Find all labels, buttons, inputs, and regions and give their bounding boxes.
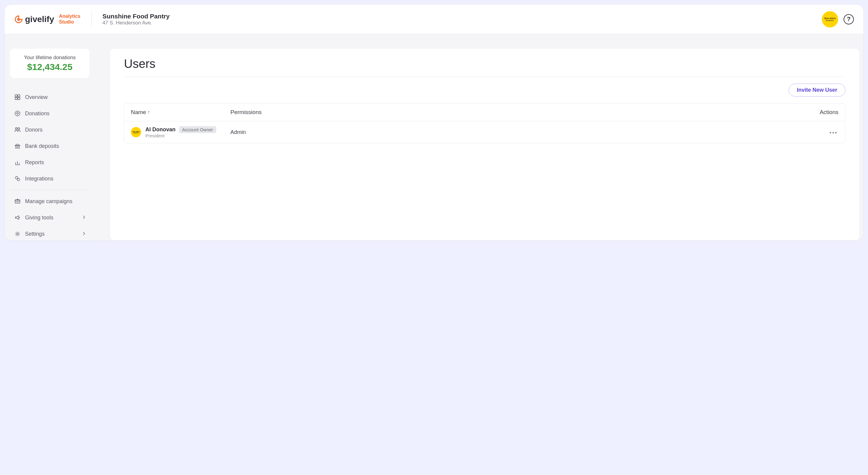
org-name: Sunshine Food Pantry [102, 13, 170, 20]
sidebar-item-manage-campaigns[interactable]: Manage campaigns [10, 193, 90, 209]
help-icon: ? [847, 16, 850, 23]
sidebar-item-reports[interactable]: Reports [10, 154, 90, 171]
user-name: Al Donovan [145, 126, 176, 133]
column-actions-header: Actions [802, 109, 838, 116]
lifetime-donations-card[interactable]: Your lifetime donations $12,434.25 [10, 49, 90, 78]
users-table: Name ↑ Permissions Actions Sun·shine PAN… [124, 103, 845, 143]
sidebar-item-label: Bank deposits [25, 143, 59, 149]
app-frame: givelify Analytics Studio Sunshine Food … [4, 4, 864, 241]
nav-separator [10, 190, 90, 190]
svg-rect-1 [18, 95, 20, 97]
column-actions-label: Actions [820, 109, 838, 115]
barchart-icon [14, 159, 21, 166]
sidebar-item-giving-tools[interactable]: Giving tools [10, 209, 90, 226]
logo-block[interactable]: givelify Analytics Studio [14, 13, 81, 25]
user-title: President [145, 133, 216, 138]
chevron-right-icon [82, 231, 85, 237]
actions-cell [802, 129, 838, 135]
svg-point-11 [17, 233, 19, 235]
org-block[interactable]: Sunshine Food Pantry 47 S. Henderson Ave… [102, 13, 170, 26]
chevron-right-icon [82, 214, 85, 221]
sidebar-item-label: Reports [25, 159, 44, 166]
sidebar-item-label: Giving tools [25, 214, 53, 221]
svg-rect-2 [15, 97, 17, 99]
avatar[interactable]: Sun·shine PANTRY [822, 11, 838, 27]
svg-rect-0 [15, 95, 17, 97]
dot-icon [835, 132, 837, 133]
column-permissions-label: Permissions [230, 109, 261, 115]
svg-point-5 [16, 128, 17, 129]
sidebar-item-label: Settings [25, 231, 44, 237]
sidebar-item-label: Donors [25, 127, 42, 133]
sidebar-item-label: Donations [25, 111, 50, 117]
sidebar-item-integrations[interactable]: Integrations [10, 171, 90, 187]
sidebar-item-label: Integrations [25, 176, 53, 182]
column-permissions-header[interactable]: Permissions [230, 109, 802, 116]
user-meta: Al Donovan Account Owner President [145, 126, 216, 138]
dot-icon [830, 132, 831, 133]
nav-list-secondary: Manage campaigns Giving tools Settings [10, 193, 90, 241]
megaphone-icon [14, 214, 21, 221]
more-actions-button[interactable] [828, 130, 838, 135]
permission-cell: Admin [230, 129, 802, 136]
users-panel: UsersInvite New User Name ↑ Permissions … [110, 49, 859, 240]
user-avatar: Sun·shine PANTRY [131, 127, 141, 137]
sidebar-item-label: Manage campaigns [25, 198, 72, 205]
analytics-studio-label: Analytics Studio [59, 13, 80, 25]
lifetime-label: Your lifetime donations [17, 55, 82, 61]
heart-icon [14, 110, 21, 117]
nav-list: Overview Donations Donors [10, 89, 90, 187]
topbar: givelify Analytics Studio Sunshine Food … [4, 4, 864, 34]
user-name-row: Al Donovan Account Owner [145, 126, 216, 133]
gear-icon [14, 231, 21, 237]
lifetime-amount: $12,434.25 [17, 62, 82, 72]
dot-icon [832, 132, 834, 133]
account-owner-badge: Account Owner [179, 126, 216, 133]
analytics-line1: Analytics [59, 13, 80, 19]
topbar-right: Sun·shine PANTRY ? [822, 11, 854, 27]
divider [91, 11, 92, 28]
invite-new-user-button[interactable]: Invite New User [789, 84, 845, 96]
sidebar-item-bank-deposits[interactable]: Bank deposits [10, 138, 90, 154]
link-icon [14, 175, 21, 182]
sidebar-item-label: Overview [25, 94, 48, 100]
svg-rect-3 [18, 97, 20, 99]
column-name-header[interactable]: Name ↑ [131, 109, 230, 116]
sidebar: Your lifetime donations $12,434.25 Overv… [4, 34, 95, 240]
bank-icon [14, 143, 21, 149]
user-cell: Sun·shine PANTRY Al Donovan Account Owne… [131, 126, 230, 138]
analytics-line2: Studio [59, 19, 80, 25]
avatar-line2: PANTRY [133, 132, 139, 134]
envelope-icon [14, 198, 21, 205]
svg-point-8 [17, 178, 20, 181]
svg-point-6 [18, 128, 20, 129]
title-divider [124, 77, 845, 77]
avatar-line1: Sun·shine [824, 17, 836, 20]
help-button[interactable]: ? [843, 14, 854, 25]
main: UsersInvite New User Name ↑ Permissions … [95, 34, 864, 240]
people-icon [14, 126, 21, 133]
invite-row: Invite New User [110, 84, 859, 103]
sidebar-item-donations[interactable]: Donations [10, 105, 90, 122]
column-name-label: Name [131, 109, 146, 116]
givelify-mark-icon [14, 15, 23, 24]
page-title: Users [110, 57, 859, 77]
grid-icon [14, 94, 21, 100]
svg-point-4 [15, 111, 20, 116]
body: Your lifetime donations $12,434.25 Overv… [4, 34, 864, 240]
brand-text: givelify [25, 14, 54, 24]
table-header: Name ↑ Permissions Actions [124, 103, 845, 121]
sort-ascending-icon: ↑ [148, 110, 150, 115]
sidebar-item-overview[interactable]: Overview [10, 89, 90, 105]
org-address: 47 S. Henderson Ave. [102, 20, 170, 26]
avatar-line2: PANTRY [826, 20, 834, 22]
table-row: Sun·shine PANTRY Al Donovan Account Owne… [124, 121, 845, 143]
givelify-logo: givelify [14, 14, 54, 24]
sidebar-item-donors[interactable]: Donors [10, 122, 90, 138]
sidebar-item-settings[interactable]: Settings [10, 226, 90, 241]
